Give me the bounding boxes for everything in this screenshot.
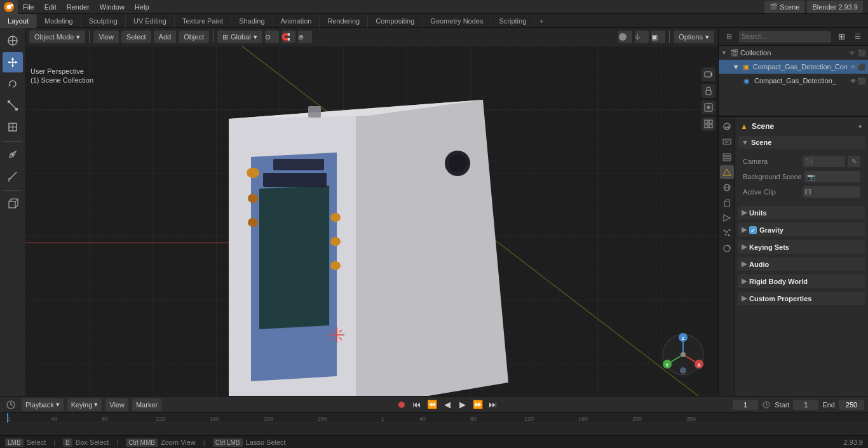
tab-compositing[interactable]: Compositing	[368, 14, 423, 28]
rigid-body-header[interactable]: ▶ Rigid Body World	[738, 275, 865, 288]
start-frame-input[interactable]	[793, 400, 818, 410]
item-render-1[interactable]: ⬛	[858, 78, 865, 85]
tab-modeling[interactable]: Modeling	[37, 14, 81, 28]
select-menu[interactable]: Select	[121, 31, 151, 43]
scene-section-header[interactable]: ▼ Scene	[738, 136, 865, 149]
props-tab-render[interactable]	[720, 119, 734, 133]
scene-collection-header[interactable]: ▼ 🎬 Collection 👁 ⬛	[719, 46, 868, 60]
xray-toggle[interactable]: ▣	[651, 31, 665, 43]
keying-menu[interactable]: Keying ▾	[67, 398, 102, 411]
menu-window[interactable]: Window	[95, 0, 130, 14]
object-mode-dropdown[interactable]: Object Mode ▾	[29, 31, 85, 43]
timeline-ruler[interactable]: 1 40 80 120 160 200 250 1 40 80 120 160 …	[0, 413, 868, 423]
viewport-grid-btn[interactable]	[702, 117, 715, 131]
menu-file[interactable]: File	[18, 0, 39, 14]
item-eye-1[interactable]: 👁	[850, 78, 857, 85]
audio-section-header[interactable]: ▶ Audio	[738, 257, 865, 271]
gravity-section-header[interactable]: ▶ ✓ Gravity	[738, 223, 865, 236]
playback-menu[interactable]: Playback ▾	[22, 398, 64, 411]
props-tab-object[interactable]	[720, 196, 734, 210]
nav-gizmo[interactable]: Z X Y	[661, 332, 705, 377]
tab-animation[interactable]: Animation	[273, 14, 320, 28]
outliner-filter-type-btn[interactable]: ☰	[851, 31, 864, 43]
scene-selector[interactable]: 🎬 Scene	[764, 1, 804, 13]
viewlayer-selector[interactable]: Blender 2.93.9	[807, 1, 863, 13]
gravity-checkbox[interactable]: ✓	[749, 226, 757, 234]
item-eye-0[interactable]: 👁	[850, 64, 857, 71]
play-back-btn[interactable]: ◀	[440, 398, 454, 411]
props-tab-particles[interactable]	[720, 226, 734, 240]
item-render-0[interactable]: ⬛	[858, 64, 865, 71]
end-frame-input[interactable]	[839, 400, 864, 410]
tab-sculpting[interactable]: Sculpting	[81, 14, 126, 28]
move-tool[interactable]	[3, 52, 23, 72]
viewport-3d[interactable]: Object Mode ▾ View Select Add Object ⊞ G…	[25, 28, 718, 396]
measure-tool[interactable]	[3, 166, 23, 186]
transform-global[interactable]: ⊞ Global ▾	[217, 31, 262, 43]
menu-render[interactable]: Render	[62, 0, 95, 14]
pivot-point[interactable]: ⊙	[265, 31, 279, 43]
view-menu-timeline[interactable]: View	[105, 398, 128, 411]
camera-edit-btn[interactable]: ✎	[848, 156, 860, 167]
jump-end-btn[interactable]: ⏭	[486, 398, 500, 411]
tab-geometry-nodes[interactable]: Geometry Nodes	[423, 14, 491, 28]
step-forward-btn[interactable]: ⏩	[471, 398, 485, 411]
object-menu[interactable]: Object	[179, 31, 209, 43]
collection-render[interactable]: ⬛	[858, 50, 865, 57]
options-dropdown[interactable]: Options ▾	[674, 31, 714, 43]
view-menu[interactable]: View	[93, 31, 119, 43]
play-forward-btn[interactable]: ▶	[456, 398, 470, 411]
props-tab-world[interactable]	[720, 180, 734, 194]
outliner-item-0[interactable]: ▼ ▣ Compact_Gas_Detection_Con 👁 ⬛	[719, 60, 868, 74]
props-tab-material[interactable]	[720, 241, 734, 255]
outliner-sort-btn[interactable]: ⊞	[835, 31, 848, 43]
active-clip-field[interactable]: 🎞	[803, 186, 860, 198]
outliner-search[interactable]	[739, 31, 831, 43]
menu-help[interactable]: Help	[130, 0, 154, 14]
tab-texture-paint[interactable]: Texture Paint	[175, 14, 231, 28]
menu-edit[interactable]: Edit	[39, 0, 62, 14]
viewport-overlay[interactable]: ⊹	[635, 31, 649, 43]
cursor-tool[interactable]	[3, 31, 23, 51]
props-tab-output[interactable]	[720, 135, 734, 149]
scene-props-options[interactable]: ✦	[857, 123, 863, 131]
outliner-filter-btn[interactable]: ⊟	[722, 31, 735, 43]
background-scene-field[interactable]: 📷	[804, 171, 860, 182]
custom-props-header[interactable]: ▶ Custom Properties	[738, 292, 865, 305]
add-menu[interactable]: Add	[154, 31, 177, 43]
camera-field[interactable]: ⬛	[803, 156, 845, 167]
proportional-edit[interactable]: ⊚	[298, 31, 312, 43]
props-tab-scene[interactable]	[720, 165, 734, 179]
tab-uv-editing[interactable]: UV Editing	[126, 14, 175, 28]
rotate-tool[interactable]	[3, 74, 23, 94]
collection-eye[interactable]: 👁	[849, 50, 855, 57]
keying-sets-header[interactable]: ▶ Keying Sets	[738, 240, 865, 254]
outliner-item-1[interactable]: ◉ Compact_Gas_Detection_ 👁 ⬛	[719, 74, 868, 88]
viewport-scene[interactable]: User Perspective (1) Scene Collection Z …	[25, 46, 718, 396]
scale-tool[interactable]	[3, 95, 23, 116]
viewport-lock-btn[interactable]	[702, 84, 715, 98]
add-cube-tool[interactable]	[3, 193, 23, 214]
transport-controls: ⏮ ⏪ ◀ ▶ ⏩ ⏭	[395, 398, 500, 411]
snap-toggle[interactable]: 🧲	[281, 31, 295, 43]
current-frame-input[interactable]	[733, 400, 758, 410]
add-workspace-button[interactable]: +	[534, 17, 548, 25]
units-section-header[interactable]: ▶ Units	[738, 206, 865, 219]
step-back-btn[interactable]: ⏪	[425, 398, 439, 411]
marker-menu[interactable]: Marker	[132, 398, 161, 411]
tab-layout[interactable]: Layout	[0, 14, 37, 28]
tab-rendering[interactable]: Rendering	[320, 14, 368, 28]
props-tab-modifier[interactable]	[720, 211, 734, 225]
viewport-render-btn[interactable]	[702, 100, 715, 114]
tab-scripting[interactable]: Scripting	[491, 14, 534, 28]
collection-actions: 👁 ⬛	[849, 50, 868, 57]
tab-shading[interactable]: Shading	[231, 14, 273, 28]
viewport-shading[interactable]	[618, 31, 632, 43]
annotate-tool[interactable]	[3, 144, 23, 165]
record-btn[interactable]	[395, 398, 409, 411]
viewport-camera-btn[interactable]	[702, 67, 715, 81]
jump-start-btn[interactable]: ⏮	[410, 398, 424, 411]
transform-tool[interactable]	[3, 117, 23, 137]
blender-logo[interactable]	[0, 0, 18, 14]
props-tab-view-layer[interactable]	[720, 150, 734, 164]
